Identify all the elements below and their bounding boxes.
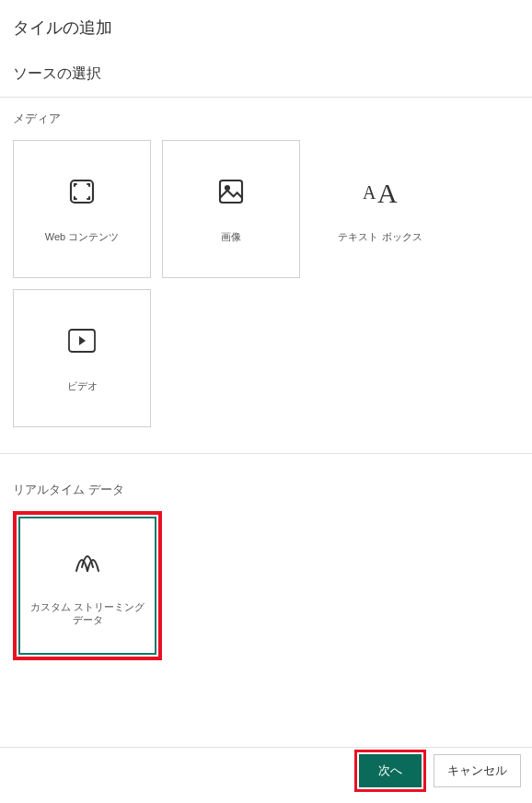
streaming-icon <box>71 545 104 578</box>
tile-web-content[interactable]: Web コンテンツ <box>13 140 151 278</box>
tile-label: テキスト ボックス <box>330 230 429 243</box>
realtime-tile-grid: カスタム ストリーミング データ <box>13 511 519 660</box>
tile-label: Web コンテンツ <box>38 230 126 243</box>
panel-subtitle: ソースの選択 <box>13 64 519 84</box>
image-icon <box>214 175 248 208</box>
tile-label: ビデオ <box>60 379 105 392</box>
tile-video[interactable]: ビデオ <box>13 289 151 427</box>
video-icon <box>65 324 98 357</box>
svg-text:A: A <box>363 182 376 203</box>
panel-title: タイルの追加 <box>13 17 519 39</box>
tile-image[interactable]: 画像 <box>162 140 300 278</box>
panel-header: タイルの追加 ソースの選択 <box>0 0 532 84</box>
textbox-icon: A A <box>357 175 403 208</box>
realtime-section: リアルタイム データ カスタム ストリーミング データ <box>0 469 532 660</box>
highlight-annotation: カスタム ストリーミング データ <box>13 511 162 660</box>
media-section: メディア Web コンテンツ <box>0 98 532 427</box>
svg-rect-1 <box>220 180 242 203</box>
fullscreen-icon <box>65 175 98 208</box>
cancel-button[interactable]: キャンセル <box>434 754 521 787</box>
media-section-label: メディア <box>13 111 519 127</box>
add-tile-panel: タイルの追加 ソースの選択 メディア Web コンテンツ <box>0 0 532 660</box>
highlight-annotation: 次へ <box>354 750 426 792</box>
tile-label: 画像 <box>214 230 249 243</box>
tile-custom-streaming-data[interactable]: カスタム ストリーミング データ <box>18 517 156 655</box>
dialog-footer: 次へ キャンセル <box>354 750 521 792</box>
tile-label: カスタム ストリーミング データ <box>20 600 155 627</box>
divider <box>0 453 532 454</box>
media-tile-grid: Web コンテンツ 画像 A A <box>13 140 519 427</box>
footer-divider <box>0 747 532 748</box>
realtime-section-label: リアルタイム データ <box>13 482 519 498</box>
next-button[interactable]: 次へ <box>359 754 422 787</box>
tile-text-box[interactable]: A A テキスト ボックス <box>311 140 449 278</box>
svg-text:A: A <box>377 178 398 208</box>
